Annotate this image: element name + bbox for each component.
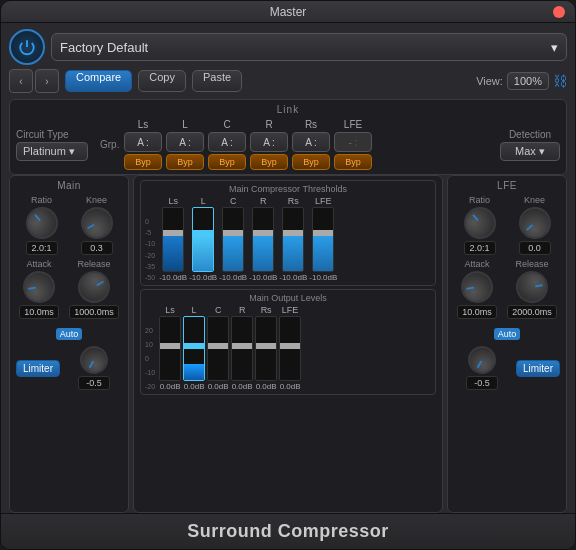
main-attack-knob[interactable] <box>20 268 57 305</box>
output-ls-bar[interactable] <box>159 316 181 381</box>
detection-dropdown[interactable]: Max ▾ <box>500 142 560 161</box>
threshold-lfe-bar[interactable] <box>312 207 334 272</box>
output-db-scale: 20 10 0 -10 -20 <box>145 326 155 391</box>
preset-value: Factory Default <box>60 40 148 55</box>
lfe-ratio-knob[interactable] <box>457 200 502 245</box>
ch-rs-byp[interactable]: Byp <box>292 154 330 170</box>
main-knee-value: 0.3 <box>81 241 113 255</box>
compare-button[interactable]: Compare <box>65 70 132 92</box>
main-attack-value: 10.0ms <box>19 305 59 319</box>
ch-l-name: L <box>182 119 188 130</box>
main-knee-knob[interactable] <box>75 201 119 245</box>
threshold-lfe: LFE -10.0dB <box>309 196 337 282</box>
ch-ls-btn[interactable]: A : <box>124 132 162 152</box>
threshold-c-bar[interactable] <box>222 207 244 272</box>
output-levels-title: Main Output Levels <box>145 293 431 303</box>
close-button[interactable] <box>553 6 565 18</box>
main-panel: Main Ratio 2.0:1 Knee 0.3 Attack <box>9 175 129 513</box>
lfe-knee-knob[interactable] <box>512 200 557 245</box>
power-button[interactable] <box>9 29 45 65</box>
lfe-limiter-button[interactable]: Limiter <box>516 360 560 377</box>
lfe-attack-group: Attack 10.0ms <box>457 259 497 319</box>
ch-lfe-byp[interactable]: Byp <box>334 154 372 170</box>
threshold-r: R -10.0dB <box>249 196 277 282</box>
lfe-release-label: Release <box>515 259 548 269</box>
ch-ls-name: Ls <box>138 119 149 130</box>
main-threshold-knob[interactable] <box>75 341 113 379</box>
main-limiter-button[interactable]: Limiter <box>16 360 60 377</box>
output-l-bar[interactable] <box>183 316 205 381</box>
channel-c: C A : Byp <box>208 119 246 170</box>
ch-rs-btn[interactable]: A : <box>292 132 330 152</box>
threshold-l-bar[interactable] <box>192 207 214 272</box>
nav-buttons: ‹ › <box>9 69 59 93</box>
dropdown-chevron: ▾ <box>551 40 558 55</box>
main-ratio-group: Ratio 2.0:1 <box>26 195 58 255</box>
circuit-section: Circuit Type Platinum ▾ <box>16 129 88 161</box>
circuit-type-dropdown[interactable]: Platinum ▾ <box>16 142 88 161</box>
main-auto-badge: Auto <box>56 328 83 340</box>
channel-lfe: LFE - : Byp <box>334 119 372 170</box>
lfe-release-knob[interactable] <box>513 268 550 305</box>
main-content: Factory Default ▾ ‹ › Compare Copy Paste… <box>1 23 575 513</box>
main-ratio-value: 2.0:1 <box>26 241 58 255</box>
lfe-attack-value: 10.0ms <box>457 305 497 319</box>
ch-rs-name: Rs <box>305 119 317 130</box>
main-ratio-knob[interactable] <box>19 200 64 245</box>
main-threshold-group: -0.5 <box>66 346 122 390</box>
detection-section: Detection Max ▾ <box>500 129 560 161</box>
footer: Surround Compressor <box>1 513 575 549</box>
main-release-knob[interactable] <box>72 265 116 309</box>
ch-lfe-btn[interactable]: - : <box>334 132 372 152</box>
link-row: Circuit Type Platinum ▾ Grp. Ls A : Byp … <box>16 119 560 170</box>
ch-r-btn[interactable]: A : <box>250 132 288 152</box>
lfe-threshold-group: -0.5 <box>454 346 510 390</box>
lfe-knee-value: 0.0 <box>519 241 551 255</box>
circuit-type-label: Circuit Type <box>16 129 69 140</box>
detection-value: Max <box>515 145 536 157</box>
main-ratio-label: Ratio <box>31 195 52 205</box>
threshold-ls-bar[interactable] <box>162 207 184 272</box>
output-lfe-bar[interactable] <box>279 316 301 381</box>
ch-ls-byp[interactable]: Byp <box>124 154 162 170</box>
main-threshold-row: Limiter -0.5 <box>16 346 122 390</box>
lfe-knee-group: Knee 0.0 <box>519 195 551 255</box>
view-section: View: 100% ⛓ <box>476 72 567 90</box>
output-rs-bar[interactable] <box>255 316 277 381</box>
lfe-attack-knob[interactable] <box>458 268 495 305</box>
lfe-attack-label: Attack <box>464 259 489 269</box>
lfe-knee-label: Knee <box>524 195 545 205</box>
ch-l-byp[interactable]: Byp <box>166 154 204 170</box>
threshold-rs-bar[interactable] <box>282 207 304 272</box>
lfe-threshold-knob[interactable] <box>463 341 501 379</box>
main-knee-group: Knee 0.3 <box>81 195 113 255</box>
link-icon[interactable]: ⛓ <box>553 73 567 89</box>
output-r-bar[interactable] <box>231 316 253 381</box>
channel-r: R A : Byp <box>250 119 288 170</box>
lfe-release-group: Release 2000.0ms <box>507 259 557 319</box>
threshold-r-bar[interactable] <box>252 207 274 272</box>
channel-l: L A : Byp <box>166 119 204 170</box>
threshold-db-scale: 0 -5 -10 -20 -35 -50 <box>145 217 155 282</box>
preset-dropdown[interactable]: Factory Default ▾ <box>51 33 567 61</box>
ch-c-btn[interactable]: A : <box>208 132 246 152</box>
link-label: Link <box>16 104 560 115</box>
lfe-auto-badge: Auto <box>494 328 521 340</box>
ch-c-byp[interactable]: Byp <box>208 154 246 170</box>
lfe-release-value: 2000.0ms <box>507 305 557 319</box>
ch-r-byp[interactable]: Byp <box>250 154 288 170</box>
plugin-title: Surround Compressor <box>187 521 389 542</box>
lfe-threshold-row: -0.5 Limiter <box>454 346 560 390</box>
view-label: View: <box>476 75 503 87</box>
copy-button[interactable]: Copy <box>138 70 186 92</box>
output-c-bar[interactable] <box>207 316 229 381</box>
paste-button[interactable]: Paste <box>192 70 242 92</box>
nav-next[interactable]: › <box>35 69 59 93</box>
nav-prev[interactable]: ‹ <box>9 69 33 93</box>
view-value[interactable]: 100% <box>507 72 549 90</box>
grp-label: Grp. <box>100 139 120 150</box>
output-meters: 20 10 0 -10 -20 Ls 0.0dB <box>145 305 431 391</box>
output-rs: Rs 0.0dB <box>255 305 277 391</box>
ch-l-btn[interactable]: A : <box>166 132 204 152</box>
main-knee-label: Knee <box>86 195 107 205</box>
